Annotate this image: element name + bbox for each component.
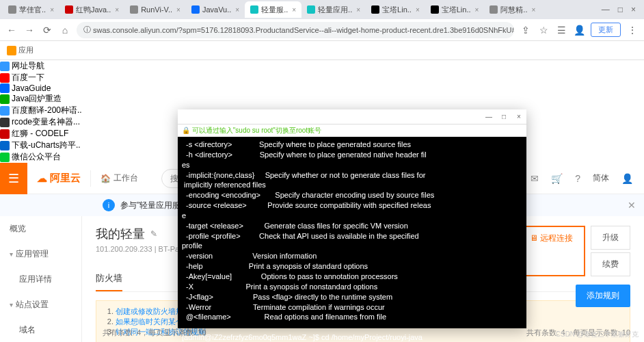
maximize-icon[interactable]: □ xyxy=(618,5,623,14)
renew-button[interactable]: 续费 xyxy=(591,252,630,276)
window-controls: — □ × xyxy=(602,5,641,14)
watermark: CSDN @逐仕三千里獬豸克 xyxy=(556,330,639,339)
page-title: 我的轻量 xyxy=(96,226,145,242)
side-domain[interactable]: 域名 xyxy=(0,317,81,342)
info-icon: i xyxy=(103,199,115,211)
hamburger-icon[interactable]: ☰ xyxy=(0,163,27,194)
tab-8[interactable]: 阿慧精..× xyxy=(484,1,541,18)
tab-1[interactable]: 红鸭Java..× xyxy=(59,1,124,18)
tab-6[interactable]: 宝塔Lin..× xyxy=(366,1,425,18)
tab-3[interactable]: JavaVu..× xyxy=(186,1,245,18)
edit-icon[interactable]: ✎ xyxy=(150,229,157,239)
logo[interactable]: ☁ 阿里云 xyxy=(27,172,90,185)
bm-1[interactable]: 网址导航 xyxy=(0,60,644,72)
user-icon[interactable]: 👤 xyxy=(573,25,585,36)
share-icon[interactable]: ⇪ xyxy=(520,25,532,36)
star-icon[interactable]: ☆ xyxy=(537,25,550,36)
promo-close-icon[interactable]: ✕ xyxy=(628,200,636,211)
bm-3[interactable]: JavaGuide xyxy=(0,83,644,93)
tab-0[interactable]: 苹佳官..× xyxy=(3,1,59,18)
term-min-icon[interactable]: — xyxy=(481,113,496,120)
bookmarks-bar: 应用 xyxy=(0,41,644,60)
update-button[interactable]: 更新 xyxy=(591,23,621,37)
side-appmgr[interactable]: ▾应用管理 xyxy=(0,241,81,267)
ext-icon[interactable]: ☰ xyxy=(555,25,567,36)
add-rule-button[interactable]: 添加规则 xyxy=(576,285,630,307)
avatar[interactable]: 👤 xyxy=(621,173,633,184)
bm-4[interactable]: Java回炉重造 xyxy=(0,93,644,105)
term-max-icon[interactable]: □ xyxy=(496,113,511,120)
message-icon[interactable]: ✉ xyxy=(531,173,539,184)
tab-firewall[interactable]: 防火墙 xyxy=(96,267,122,291)
menu-icon[interactable]: ⋮ xyxy=(626,25,639,36)
cart-icon[interactable]: 🛒 xyxy=(551,173,563,184)
forward-icon[interactable]: → xyxy=(23,25,36,36)
term-close-icon[interactable]: × xyxy=(511,113,526,120)
upgrade-button[interactable]: 升级 xyxy=(591,226,630,250)
bm-2[interactable]: 百度一下 xyxy=(0,72,644,83)
terminal-header[interactable]: — □ × xyxy=(178,109,526,124)
tab-4[interactable]: 轻量服..× xyxy=(245,1,301,18)
side-overview[interactable]: 概览 xyxy=(0,216,81,241)
close-icon[interactable]: × xyxy=(631,5,636,14)
terminal-body[interactable]: -s <directory> Specify where to place ge… xyxy=(178,137,526,342)
workspace-link[interactable]: 🏠 工作台 xyxy=(91,172,148,184)
address-bar: ← → ⟳ ⌂ ⓘ swas.console.aliyun.com/?spm=5… xyxy=(0,19,644,41)
minimize-icon[interactable]: — xyxy=(602,5,610,14)
side-siteset[interactable]: ▾站点设置 xyxy=(0,292,81,317)
tab-5[interactable]: 轻量应用..× xyxy=(301,1,366,18)
terminal-window[interactable]: — □ × 🔒 可以通过输入"sudo su root"切换至root账号 -s… xyxy=(178,109,526,328)
terminal-tip: 🔒 可以通过输入"sudo su root"切换至root账号 xyxy=(178,124,526,137)
tab-2[interactable]: RunVi-V..× xyxy=(124,1,186,18)
tab-7[interactable]: 宝塔Lin..× xyxy=(425,1,485,18)
bm-0[interactable]: 应用 xyxy=(7,45,33,55)
url-input[interactable]: ⓘ swas.console.aliyun.com/?spm=5176.1281… xyxy=(77,22,514,38)
sidebar: 概览 ▾应用管理 应用详情 ▾站点设置 域名 ▾安全 防火墙 ▾服务器运维 远程… xyxy=(0,216,82,342)
side-appdetail[interactable]: 应用详情 xyxy=(0,267,81,292)
reload-icon[interactable]: ⟳ xyxy=(41,25,53,36)
home-icon[interactable]: ⌂ xyxy=(59,25,71,36)
help-icon[interactable]: ? xyxy=(575,173,580,184)
browser-tabs: 苹佳官..× 红鸭Java..× RunVi-V..× JavaVu..× 轻量… xyxy=(0,0,644,19)
remote-connect-button[interactable]: 🖥 远程连接 xyxy=(518,226,585,276)
lang[interactable]: 简体 xyxy=(593,172,609,184)
back-icon[interactable]: ← xyxy=(5,25,18,36)
